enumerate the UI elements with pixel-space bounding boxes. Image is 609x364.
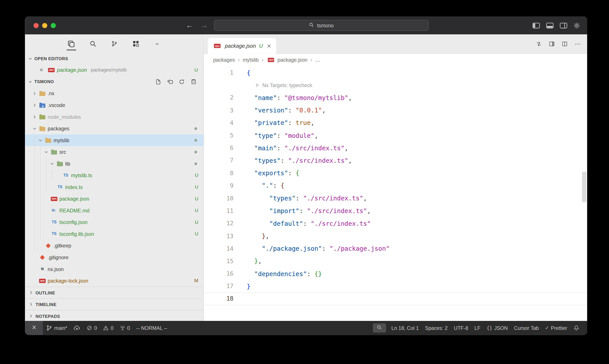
notepads-section-header[interactable]: NOTEPADS (25, 310, 203, 322)
code-text: { (233, 69, 250, 76)
nx-icon: N (38, 267, 47, 271)
code-line-6[interactable]: 6 "main": "./src/index.ts", (204, 142, 587, 154)
traffic-light-zoom[interactable] (51, 23, 56, 28)
code-line-4[interactable]: 4 "private": true, (204, 117, 587, 129)
tree-item-README.md[interactable]: M↓README.mdU (25, 205, 203, 216)
close-tab-button[interactable] (267, 43, 271, 48)
open-editors-header[interactable]: OPEN EDITORS (25, 53, 203, 64)
breadcrumb-item-packages[interactable]: packages (213, 57, 235, 63)
toggle-panel-button[interactable] (546, 23, 554, 28)
status-errors[interactable]: 0 (84, 321, 100, 335)
open-editor-item[interactable]: npm package.json packages/mytslib U (25, 64, 203, 76)
status-language-mode[interactable]: {}JSON (483, 321, 511, 335)
tree-item-label: .nx (48, 90, 54, 96)
traffic-light-close[interactable] (33, 23, 39, 28)
status-cursor-tab[interactable]: Cursor Tab (511, 321, 542, 335)
status-zoom[interactable] (373, 323, 386, 333)
tree-item-mytslib[interactable]: mytslib (25, 134, 203, 146)
code-line-9[interactable]: 9 ".": { (204, 179, 587, 192)
tab-package-json[interactable]: npm package.json U (207, 38, 277, 54)
breadcrumb-item-mytslib[interactable]: mytslib (243, 57, 259, 63)
traffic-light-minimize[interactable] (42, 23, 47, 28)
status-eol[interactable]: LF (471, 321, 484, 335)
collapse-folders-button[interactable] (191, 79, 196, 85)
refresh-explorer-button[interactable] (179, 79, 185, 85)
tree-item-index.ts[interactable]: TSindex.tsU (25, 181, 203, 193)
explorer-section-header[interactable]: TSMONO (25, 76, 203, 88)
toggle-primary-sidebar-button[interactable] (532, 23, 540, 28)
status-label: 0 (94, 325, 97, 331)
status-notifications[interactable] (570, 321, 582, 335)
status-sync[interactable] (70, 321, 84, 335)
breadcrumb-item-package.json[interactable]: npmpackage.json (267, 57, 308, 63)
status-git-branch[interactable]: main* (43, 321, 70, 335)
indent-guide (34, 134, 35, 251)
tree-item-lib[interactable]: lib (25, 158, 203, 169)
back-button[interactable]: ← (186, 21, 193, 29)
status-encoding[interactable]: UTF-8 (451, 321, 471, 335)
status-formatter[interactable]: ✓Prettier (542, 321, 570, 335)
code-line-12[interactable]: 12 "default": "./src/index.ts" (204, 217, 587, 230)
new-file-button[interactable] (155, 79, 161, 85)
code-line-18[interactable]: 18 (204, 292, 587, 305)
settings-gear-button[interactable] (574, 22, 580, 29)
tree-item-node_modules[interactable]: node_modules (25, 111, 203, 123)
line-number: 9 (204, 182, 234, 189)
toggle-secondary-sidebar-button[interactable] (560, 23, 567, 28)
code-text: "default": "./src/index.ts" (233, 220, 371, 227)
vertical-scrollbar[interactable] (582, 172, 586, 202)
code-lens-action[interactable]: Nx Targets: typecheck (255, 82, 312, 88)
tree-item-tsconfig.lib.json[interactable]: TStsconfig.lib.jsonU (25, 228, 203, 240)
code-line-2[interactable]: 2 "name": "@tsmono/mytslib", (204, 91, 587, 104)
forward-button[interactable]: → (200, 21, 208, 29)
status-cursor-position[interactable]: Ln 18, Col 1 (388, 321, 422, 335)
tree-item-src[interactable]: src (25, 146, 203, 158)
tree-item-nx.json[interactable]: Nnx.json (25, 263, 203, 275)
code-line-3[interactable]: 3 "version": "0.0.1", (204, 104, 587, 117)
tree-item-tsconfig.json[interactable]: TStsconfig.jsonU (25, 216, 203, 228)
code-line-5[interactable]: 5 "type": "module", (204, 129, 587, 142)
tree-item-.vscode[interactable]: .vscode (25, 99, 203, 111)
outline-section-header[interactable]: OUTLINE (25, 286, 203, 298)
code-area[interactable]: 1{Nx Targets: typecheck2 "name": "@tsmon… (204, 66, 587, 321)
activity-search[interactable] (87, 37, 98, 51)
command-center-search[interactable]: tsmono (214, 20, 429, 31)
breadcrumb-item-…[interactable]: … (315, 57, 321, 63)
code-line-1[interactable]: 1{ (204, 66, 587, 79)
open-changes-button[interactable] (536, 41, 542, 47)
timeline-section-header[interactable]: TIMELINE (25, 298, 203, 310)
status-ports[interactable]: 0 (117, 321, 133, 335)
open-side-button[interactable] (549, 41, 555, 47)
activity-source-control[interactable] (109, 37, 120, 51)
tree-item-package.json[interactable]: npmpackage.jsonU (25, 193, 203, 205)
tree-item-label: package.json (59, 196, 89, 202)
code-line-15[interactable]: 15 }, (204, 255, 587, 267)
code-line-7[interactable]: 7 "types": "./src/index.ts", (204, 154, 587, 167)
status-warnings[interactable]: 0 (100, 321, 117, 335)
code-line-16[interactable]: 16 "dependencies": {} (204, 267, 587, 280)
code-line-13[interactable]: 13 }, (204, 230, 587, 242)
more-actions-button[interactable] (575, 41, 581, 47)
code-line-10[interactable]: 10 "types": "./src/index.ts", (204, 192, 587, 205)
status-vim-mode[interactable]: -- NORMAL -- (133, 321, 170, 335)
tree-item-.gitkeep[interactable]: .gitkeep (25, 240, 203, 252)
tree-item-packages[interactable]: packages (25, 122, 203, 134)
code-line-14[interactable]: 14 "./package.json": "./package.json" (204, 242, 587, 255)
tree-item-.gitignore[interactable]: .gitignore (25, 251, 203, 263)
activity-more[interactable] (152, 37, 163, 51)
tree-item-package-lock.json[interactable]: npmpackage-lock.jsonM (25, 275, 203, 286)
open-editor-path: packages/mytslib (91, 67, 127, 73)
activity-explorer[interactable] (66, 37, 77, 51)
tree-item-.nx[interactable]: .nx (25, 88, 203, 99)
code-line-8[interactable]: 8 "exports": { (204, 167, 587, 179)
activity-extensions[interactable] (130, 37, 141, 51)
remote-icon (31, 325, 37, 331)
code-line-17[interactable]: 17} (204, 280, 587, 292)
folder-icon (38, 126, 47, 131)
split-editor-button[interactable] (562, 41, 568, 47)
new-folder-button[interactable] (167, 79, 173, 85)
status-indentation[interactable]: Spaces: 2 (422, 321, 451, 335)
code-line-11[interactable]: 11 "import": "./src/index.ts", (204, 205, 587, 217)
status-remote-indicator[interactable] (25, 321, 43, 335)
close-icon[interactable] (39, 68, 43, 72)
